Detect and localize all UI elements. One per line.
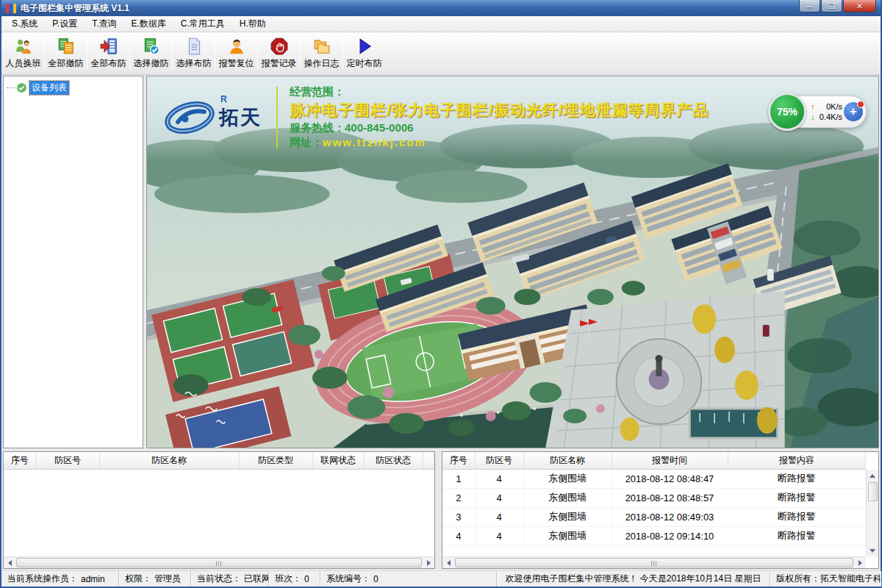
scroll-left-arrow[interactable] (442, 557, 454, 569)
table-cell: 东侧围墙 (523, 488, 612, 507)
network-speed-widget[interactable]: 75% ↑0K/s ↓0.4K/s + (771, 96, 867, 128)
timed-arm-icon (355, 37, 374, 56)
toolbar-separator (172, 37, 173, 70)
permission-label: 权限： (125, 573, 151, 585)
toolbar-label: 全部撤防 (49, 57, 84, 70)
table-row[interactable]: 24东侧围墙2018-08-12 08:48:57断路报警 (442, 488, 866, 507)
toolbar-button-arm-all[interactable]: 全部布防 (88, 34, 129, 73)
maximize-button[interactable]: ❐ (821, 0, 842, 12)
alarm-col-content[interactable]: 报警内容 (728, 452, 866, 469)
memory-usage-gauge[interactable]: 75% (768, 93, 806, 131)
menu-query[interactable]: T.查询 (85, 15, 123, 32)
scroll-thumb[interactable] (868, 482, 878, 501)
arm-all-icon (99, 37, 118, 56)
toolbar-separator (87, 37, 87, 70)
toolbar-button-arm-select[interactable]: 选择布防 (173, 34, 214, 73)
scroll-left-arrow[interactable] (4, 557, 15, 569)
table-cell: 东侧围墙 (523, 469, 612, 488)
window-controls: — ❐ ✕ (798, 0, 876, 12)
alarm-table-vscrollbar[interactable] (866, 470, 878, 556)
toolbar-button-people-shift[interactable]: 人员换班 (3, 34, 43, 73)
toolbar-button-operation-log[interactable]: 操作日志 (301, 34, 342, 73)
device-list-label[interactable]: 设备列表 (29, 81, 69, 95)
alarm-col-index[interactable]: 序号 (442, 452, 475, 469)
toolbar-label: 报警复位 (219, 57, 254, 70)
alarm-reset-icon (227, 37, 246, 56)
alarm-table-header-row: 序号 防区号 防区名称 报警时间 报警内容 (442, 452, 866, 469)
toolbar-separator (215, 37, 215, 70)
upload-rate: 0K/s (826, 102, 842, 112)
welcome-message: 欢迎使用电子围栏集中管理系统！ 今天是2018年10月14日 星期日 (497, 571, 770, 587)
app-window: 电子围栏集中管理系统 V1.1 — ❐ ✕ S.系统 P.设置 T.查询 E.数… (0, 0, 882, 588)
device-status-icon (16, 82, 27, 93)
campus-aerial-photo (147, 76, 878, 448)
toolbar-label: 操作日志 (304, 57, 340, 70)
zone-col-zone-name[interactable]: 防区名称 (99, 452, 239, 469)
alarm-col-time[interactable]: 报警时间 (612, 452, 728, 469)
menu-tools[interactable]: C.常用工具 (173, 15, 232, 32)
close-button[interactable]: ✕ (843, 0, 876, 12)
upload-arrow-icon: ↑ (811, 102, 815, 112)
zone-col-zone-no[interactable]: 防区号 (36, 452, 99, 469)
title-bar: 电子围栏集中管理系统 V1.1 — ❐ ✕ (1, 0, 881, 16)
table-cell: 3 (442, 507, 475, 526)
shift-label: 班次： (275, 573, 301, 585)
alarm-record-icon (270, 37, 289, 56)
alarm-table: 序号 防区号 防区名称 报警时间 报警内容 14东侧围墙2018-08-12 0… (442, 452, 866, 546)
scroll-right-arrow[interactable] (423, 557, 434, 569)
table-cell: 4 (475, 469, 523, 488)
main-area: 设备列表 (1, 75, 881, 450)
download-arrow-icon: ↓ (811, 112, 815, 122)
table-cell: 断路报警 (728, 507, 866, 526)
tree-node-device-list[interactable]: 设备列表 (4, 76, 143, 96)
toolbar-separator (343, 37, 343, 70)
scroll-thumb[interactable] (455, 558, 853, 567)
scroll-thumb[interactable] (16, 558, 422, 567)
toolbar-button-timed-arm[interactable]: 定时布防 (344, 34, 384, 73)
zone-col-index[interactable]: 序号 (4, 452, 36, 469)
toolbar-label: 选择布防 (176, 57, 212, 70)
scroll-up-arrow[interactable] (867, 470, 878, 481)
alarm-table-hscrollbar[interactable] (442, 556, 866, 568)
toolbar-button-alarm-reset[interactable]: 报警复位 (216, 34, 257, 73)
alarm-col-zone-name[interactable]: 防区名称 (523, 452, 612, 469)
widget-expand-button[interactable]: + (844, 102, 863, 121)
table-row[interactable]: 44东侧围墙2018-08-12 09:14:10断路报警 (442, 526, 866, 545)
disarm-all-icon (57, 37, 76, 56)
toolbar-separator (44, 37, 45, 70)
toolbar-separator (257, 37, 258, 70)
menu-settings[interactable]: P.设置 (45, 15, 85, 32)
toolbar-label: 定时布防 (347, 57, 382, 70)
alarm-table-body: 14东侧围墙2018-08-12 08:48:47断路报警24东侧围墙2018-… (442, 469, 866, 545)
table-cell: 2018-08-12 08:48:47 (612, 469, 728, 488)
toolbar-button-alarm-record[interactable]: 报警记录 (259, 34, 299, 73)
permission-value: 管理员 (154, 573, 181, 585)
zone-col-zone-status[interactable]: 防区状态 (364, 452, 423, 469)
table-row[interactable]: 34东侧围墙2018-08-12 08:49:03断路报警 (442, 507, 866, 526)
table-row[interactable]: 14东侧围墙2018-08-12 08:48:47断路报警 (442, 469, 866, 488)
zone-col-net-status[interactable]: 联网状态 (312, 452, 364, 469)
zone-col-zone-type[interactable]: 防区类型 (239, 452, 312, 469)
menu-help[interactable]: H.帮助 (232, 15, 273, 32)
tree-connector (7, 87, 15, 88)
table-cell: 2018-08-12 08:49:03 (612, 507, 728, 526)
disarm-select-icon (142, 37, 161, 56)
table-cell: 4 (442, 526, 475, 545)
toolbar-button-disarm-all[interactable]: 全部撤防 (46, 34, 86, 73)
toolbar-button-disarm-select[interactable]: 选择撤防 (131, 34, 171, 73)
toolbar-separator (300, 37, 301, 70)
menu-database[interactable]: E.数据库 (123, 15, 173, 32)
toolbar-label: 报警记录 (262, 57, 297, 70)
menu-system[interactable]: S.系统 (4, 15, 45, 32)
table-cell: 4 (475, 507, 523, 526)
table-cell: 2018-08-12 08:48:57 (612, 488, 728, 507)
zone-table-hscrollbar[interactable] (4, 556, 434, 568)
scroll-down-arrow[interactable] (867, 545, 878, 556)
table-cell: 4 (475, 488, 523, 507)
people-shift-icon (14, 37, 33, 56)
operation-log-icon (312, 37, 331, 56)
minimize-button[interactable]: — (799, 0, 820, 12)
alarm-col-zone-no[interactable]: 防区号 (475, 452, 523, 469)
scroll-right-arrow[interactable] (854, 557, 866, 569)
table-cell: 1 (442, 469, 475, 488)
